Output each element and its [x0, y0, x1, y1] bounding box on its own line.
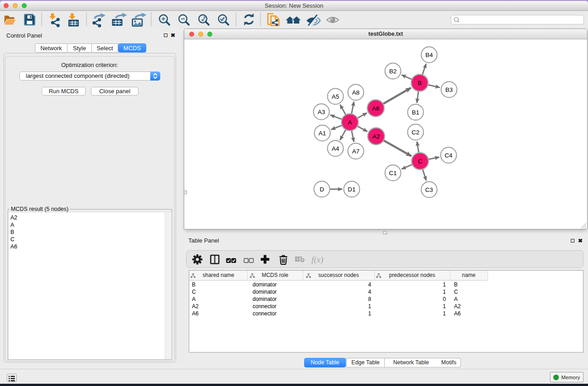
svg-text:A1: A1	[319, 130, 326, 137]
svg-text:A6: A6	[372, 105, 380, 112]
svg-text:C: C	[418, 158, 422, 165]
svg-text:Memory: Memory	[561, 375, 580, 380]
svg-text:B4: B4	[425, 52, 433, 58]
svg-text:A8: A8	[352, 89, 360, 96]
svg-text:D1: D1	[348, 186, 355, 193]
svg-text:A5: A5	[332, 93, 339, 100]
svg-text:B1: B1	[412, 109, 420, 116]
svg-text:A3: A3	[318, 109, 325, 115]
svg-text:A2: A2	[373, 133, 380, 140]
svg-text:B2: B2	[389, 68, 397, 75]
svg-text:f(x): f(x)	[311, 255, 323, 265]
svg-text:C3: C3	[425, 186, 433, 193]
svg-text:D: D	[320, 186, 324, 193]
svg-text:B: B	[417, 80, 421, 86]
svg-text:A: A	[348, 119, 352, 126]
svg-text:B3: B3	[445, 86, 453, 93]
svg-text:C4: C4	[445, 152, 453, 159]
svg-text:C1: C1	[389, 170, 397, 176]
svg-text:C2: C2	[411, 129, 419, 136]
svg-text:A7: A7	[352, 148, 360, 155]
svg-text:A4: A4	[332, 145, 339, 152]
